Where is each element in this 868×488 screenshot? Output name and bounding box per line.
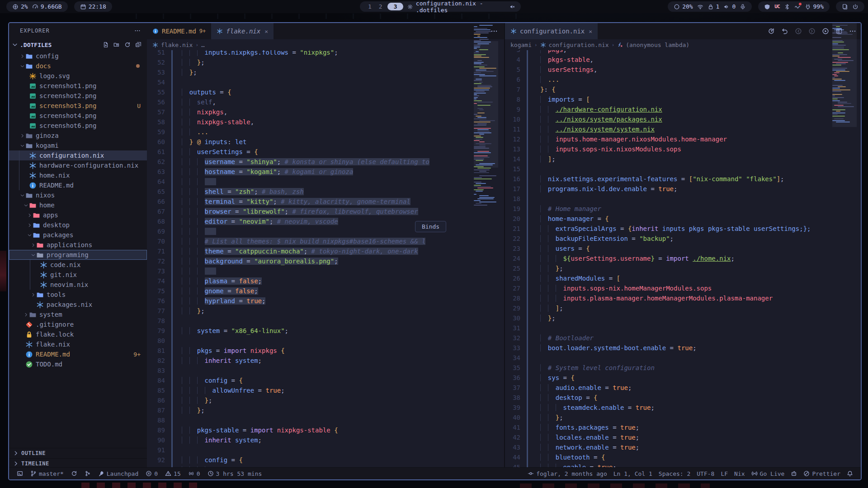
breadcrumb-item[interactable]: configuration.nix: [549, 42, 609, 48]
tree-item-apps[interactable]: apps: [9, 210, 147, 220]
speaker-tray-item[interactable]: 0: [723, 3, 736, 10]
tree-item-system[interactable]: system: [9, 310, 147, 319]
tree-item-screenshot2.png[interactable]: screenshot2.png: [9, 91, 147, 101]
chevron-down-icon[interactable]: [19, 193, 25, 198]
status-item-foglar-2-months-ago[interactable]: foglar, 2 months ago: [524, 470, 610, 477]
chevron-right-icon[interactable]: [26, 223, 33, 228]
status-item-robot[interactable]: [788, 470, 800, 477]
workspace-1[interactable]: 1: [366, 3, 374, 10]
workspace-2[interactable]: 2: [377, 3, 385, 10]
chevron-right-icon[interactable]: [30, 243, 36, 248]
tree-item-packages.nix[interactable]: packages.nix: [9, 300, 147, 310]
bluetooth-tray-item[interactable]: [784, 4, 790, 10]
tab-readme.md[interactable]: README.md9+: [147, 23, 211, 39]
tree-item-hardware-configuration.nix[interactable]: hardware-configuration.nix: [9, 160, 147, 170]
status-item-master-[interactable]: master*: [27, 468, 67, 479]
run-icon[interactable]: [822, 28, 829, 35]
breadcrumb[interactable]: kogami›configuration.nix›(anonymous lamb…: [505, 39, 862, 50]
minimap[interactable]: [832, 23, 857, 213]
breadcrumb[interactable]: flake.nix›…: [147, 39, 504, 50]
chevron-right-icon[interactable]: [19, 133, 25, 138]
tree-item-applications[interactable]: applications: [9, 240, 147, 250]
status-item-0[interactable]: 0: [142, 468, 161, 479]
breadcrumb-item[interactable]: (anonymous lambda): [626, 42, 689, 48]
tree-item-flake.lock[interactable]: flake.lock: [9, 329, 147, 339]
chevron-right-icon[interactable]: [19, 54, 25, 59]
tree-item-screenshot4.png[interactable]: screenshot4.png: [9, 111, 147, 121]
collapse-all-icon[interactable]: [135, 42, 142, 48]
close-icon[interactable]: ×: [589, 28, 592, 35]
new-file-icon[interactable]: [103, 42, 109, 48]
chevron-down-icon[interactable]: [19, 64, 25, 69]
history-icon[interactable]: [768, 28, 775, 35]
new-folder-icon[interactable]: [113, 42, 120, 48]
chevron-down-icon[interactable]: [23, 203, 29, 208]
chevron-right-icon[interactable]: [26, 213, 33, 218]
wifi-tray-item[interactable]: [697, 4, 703, 10]
minimap[interactable]: [474, 23, 498, 213]
tree-item-ginoza[interactable]: ginoza: [9, 131, 147, 141]
tree-item-todo.md[interactable]: TODO.md: [9, 359, 147, 369]
status-item-spaces-2[interactable]: Spaces: 2: [656, 470, 693, 477]
status-item-remote-window[interactable]: [14, 468, 26, 479]
outline-section[interactable]: OUTLINE: [9, 448, 147, 458]
status-item-launchpad[interactable]: Launchpad: [95, 468, 142, 479]
close-icon[interactable]: ×: [264, 28, 268, 35]
status-item-lf[interactable]: LF: [717, 470, 731, 477]
tree-item-nixos[interactable]: nixos: [9, 190, 147, 200]
workspace-switcher[interactable]: 123: [366, 3, 403, 10]
power-plug-tray-item[interactable]: 99%: [805, 3, 824, 10]
status-item-utf-8[interactable]: UTF-8: [693, 470, 717, 477]
tree-item-.gitignore[interactable]: .gitignore: [9, 319, 147, 329]
tree-item-screenshot3.png[interactable]: screenshot3.pngU: [9, 101, 147, 111]
nav-forward-icon[interactable]: [808, 28, 816, 35]
explorer-root-folder[interactable]: .DOTFILES: [9, 39, 147, 50]
keyboard-layout-tray-item[interactable]: UC: [774, 4, 779, 9]
status-item-ln-1-col-1[interactable]: Ln 1, Col 1: [610, 470, 656, 477]
power-tray-item[interactable]: [852, 4, 859, 10]
tree-item-docs[interactable]: docs: [9, 61, 147, 71]
tree-item-readme.md[interactable]: README.md9+: [9, 349, 147, 359]
mic-tray-item[interactable]: [740, 4, 746, 10]
wave-notification-tray-item[interactable]: [794, 4, 801, 10]
discard-icon[interactable]: [781, 28, 788, 35]
tree-item-kogami[interactable]: kogami: [9, 141, 147, 150]
status-item-nix[interactable]: Nix: [731, 470, 748, 477]
status-item-bell[interactable]: [844, 470, 856, 477]
breadcrumb-item[interactable]: kogami: [510, 42, 532, 48]
status-item-sync[interactable]: [68, 468, 80, 479]
tree-item-home.nix[interactable]: home.nix: [9, 170, 147, 180]
breadcrumb-item[interactable]: …: [201, 42, 205, 48]
tab-flake.nix[interactable]: flake.nix×: [211, 23, 274, 39]
tree-item-programming[interactable]: programming: [9, 250, 147, 260]
breadcrumb-item[interactable]: flake.nix: [161, 42, 193, 48]
code-editor-flake[interactable]: 51 inputs.nixpkgs.follows = "nixpkgs";52…: [147, 50, 504, 468]
chevron-down-icon[interactable]: [30, 253, 36, 258]
tree-item-desktop[interactable]: desktop: [9, 220, 147, 230]
tree-item-config[interactable]: config: [9, 51, 147, 61]
chevron-down-icon[interactable]: [26, 233, 33, 238]
status-item-prettier[interactable]: Prettier: [800, 470, 844, 477]
tree-item-tools[interactable]: tools: [9, 290, 147, 300]
status-item-0[interactable]: 0: [185, 468, 203, 479]
refresh-icon[interactable]: [124, 42, 131, 48]
status-item-3-hrs-53-mins[interactable]: 3 hrs 53 mins: [204, 468, 265, 479]
status-item-go-live[interactable]: Go Live: [748, 470, 788, 477]
workspace-3[interactable]: 3: [387, 3, 404, 10]
circle-outline-tray-item[interactable]: 20%: [674, 3, 693, 10]
status-item-commit-graph[interactable]: [81, 468, 94, 479]
tree-item-screenshot6.png[interactable]: screenshot6.png: [9, 121, 147, 131]
tree-item-configuration.nix[interactable]: configuration.nix: [9, 150, 147, 160]
lock-tray-item[interactable]: 1: [708, 3, 720, 10]
chevron-right-icon[interactable]: [23, 312, 29, 317]
tab-configuration.nix[interactable]: configuration.nix×: [505, 23, 598, 39]
tree-item-screenshot1.png[interactable]: screenshot1.png: [9, 81, 147, 91]
tree-item-readme.md[interactable]: README.md: [9, 180, 147, 190]
tree-item-flake.nix[interactable]: flake.nix: [9, 339, 147, 349]
code-editor-configuration[interactable]: 3 pkgs,4 pkgs-stable,5 userSettings,6 ..…: [505, 50, 862, 468]
nav-back-icon[interactable]: [795, 28, 802, 35]
tree-item-logo.svg[interactable]: logo.svg: [9, 71, 147, 81]
tree-item-home[interactable]: home: [9, 200, 147, 210]
shield-tray-item[interactable]: [764, 4, 770, 10]
more-actions-icon[interactable]: [134, 28, 141, 34]
